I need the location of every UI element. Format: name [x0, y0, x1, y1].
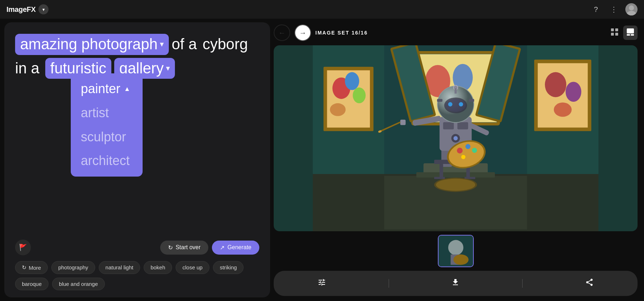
svg-point-0 — [629, 5, 634, 10]
next-button[interactable]: → — [295, 24, 311, 41]
dropdown-item-architect[interactable]: architect — [71, 149, 143, 173]
right-panel: ← → IMAGE SET 16/16 — [274, 19, 644, 301]
chevron-down-icon: ▾ — [160, 39, 164, 50]
svg-point-24 — [554, 102, 572, 117]
svg-point-17 — [345, 72, 359, 90]
start-over-label: Start over — [176, 244, 200, 251]
svg-rect-53 — [400, 120, 406, 125]
subject-dropdown: painter artist sculptor architect — [71, 73, 143, 177]
svg-point-22 — [545, 72, 566, 97]
adjust-icon — [318, 278, 326, 289]
style-chip-label: amazing photograph — [20, 35, 158, 54]
svg-rect-5 — [615, 33, 618, 36]
chip-close-up-label: close up — [182, 264, 203, 270]
dropdown-item-painter[interactable]: painter — [71, 77, 143, 101]
more-chip-label: More — [29, 265, 41, 271]
download-button[interactable] — [440, 276, 471, 291]
single-icon — [626, 28, 634, 38]
svg-point-19 — [330, 103, 346, 116]
avatar[interactable] — [625, 3, 638, 15]
svg-point-75 — [436, 179, 475, 191]
topbar: ImageFX ▾ ? ⋮ — [0, 0, 644, 19]
app-dropdown-button[interactable]: ▾ — [38, 4, 48, 14]
action-bar — [274, 271, 638, 296]
generate-button[interactable]: ↗ Generate — [212, 241, 259, 255]
chevron-down-icon: ▾ — [166, 63, 170, 74]
dropdown-item-sculptor[interactable]: sculptor — [71, 125, 143, 149]
arrow-left-icon: ← — [278, 29, 286, 37]
svg-rect-49 — [457, 122, 468, 129]
image-nav: ← → IMAGE SET 16/16 — [274, 22, 638, 45]
prompt-bottom: 🚩 ↻ Start over ↗ Generate — [15, 236, 259, 255]
svg-rect-6 — [627, 28, 634, 33]
chip-photography[interactable]: photography — [51, 261, 95, 274]
share-icon — [585, 278, 594, 289]
svg-rect-45 — [434, 177, 445, 179]
more-menu-button[interactable]: ⋮ — [607, 3, 620, 16]
prev-button[interactable]: ← — [274, 24, 290, 41]
prompt-area: amazing photograph ▾ of a cyborg painter… — [15, 34, 259, 227]
svg-rect-39 — [416, 172, 495, 178]
svg-rect-43 — [440, 164, 443, 178]
action-buttons: ↻ Start over ↗ Generate — [160, 241, 259, 255]
chip-bokeh-label: bokeh — [150, 264, 165, 270]
main-layout: amazing photograph ▾ of a cyborg painter… — [0, 19, 644, 301]
download-icon — [451, 278, 460, 289]
topbar-right: ? ⋮ — [589, 3, 638, 16]
svg-rect-4 — [611, 33, 614, 36]
svg-point-1 — [627, 11, 636, 15]
app-title: ImageFX — [6, 5, 36, 14]
main-image — [274, 45, 638, 231]
help-button[interactable]: ? — [589, 3, 602, 16]
svg-rect-67 — [469, 99, 474, 102]
start-over-button[interactable]: ↻ Start over — [160, 241, 208, 255]
svg-rect-8 — [631, 34, 634, 36]
chip-striking[interactable]: striking — [213, 261, 244, 274]
svg-point-63 — [459, 102, 463, 106]
help-icon: ? — [594, 5, 598, 14]
divider-1 — [389, 279, 389, 288]
chevron-down-icon: ▾ — [42, 7, 45, 12]
chip-baroque[interactable]: baroque — [15, 278, 48, 290]
more-chip[interactable]: ↻ More — [15, 261, 48, 274]
style-chip[interactable]: amazing photograph ▾ — [15, 34, 169, 55]
svg-rect-3 — [615, 28, 618, 31]
thumbnail-strip — [274, 231, 638, 271]
more-icon: ⋮ — [610, 5, 617, 14]
adjust-button[interactable] — [307, 276, 337, 291]
chip-photography-label: photography — [58, 264, 88, 270]
generate-icon: ↗ — [220, 244, 224, 251]
svg-point-23 — [566, 82, 582, 102]
refresh-small-icon: ↻ — [22, 264, 27, 271]
style-chips-area: ↻ More photography natural light bokeh c… — [15, 261, 259, 290]
grid-view-button[interactable] — [607, 26, 622, 40]
style-chips-row: ↻ More photography natural light bokeh c… — [15, 261, 259, 290]
svg-rect-2 — [611, 28, 614, 31]
chip-natural-light[interactable]: natural light — [99, 261, 140, 274]
chip-natural-light-label: natural light — [106, 264, 134, 270]
svg-rect-7 — [627, 34, 630, 36]
svg-point-62 — [448, 102, 453, 106]
svg-point-79 — [453, 255, 468, 265]
thumbnail-1[interactable] — [438, 235, 474, 267]
topbar-left: ImageFX ▾ — [6, 4, 48, 14]
arrow-right-icon: → — [299, 29, 306, 37]
cyborg-text: cyborg — [203, 35, 248, 54]
svg-point-77 — [448, 240, 463, 255]
dropdown-item-artist[interactable]: artist — [71, 101, 143, 125]
svg-point-18 — [353, 87, 366, 103]
svg-rect-65 — [455, 88, 457, 94]
chip-blue-orange-label: blue and orange — [59, 281, 98, 287]
in-a-text: in a — [15, 59, 40, 78]
chip-bokeh[interactable]: bokeh — [144, 261, 172, 274]
flag-button[interactable]: 🚩 — [15, 240, 31, 255]
chip-baroque-label: baroque — [22, 281, 42, 287]
prompt-text: amazing photograph ▾ of a cyborg painter… — [15, 34, 259, 79]
of-a-text: of a — [172, 35, 197, 54]
grid-icon — [611, 28, 618, 38]
chip-striking-label: striking — [220, 264, 237, 270]
single-view-button[interactable] — [623, 26, 638, 40]
share-button[interactable] — [574, 276, 604, 291]
chip-blue-orange[interactable]: blue and orange — [52, 278, 105, 290]
chip-close-up[interactable]: close up — [176, 261, 209, 274]
